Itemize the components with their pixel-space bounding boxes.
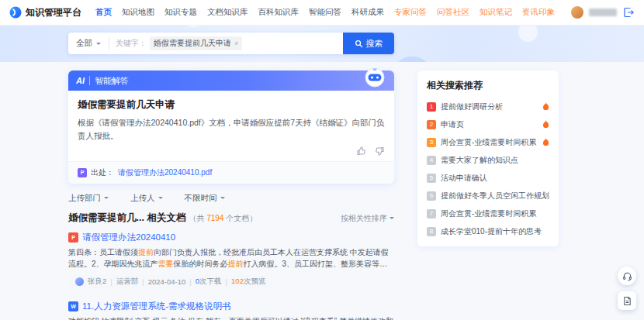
- results-title: 婚假需要提前几... 相关文档: [68, 212, 185, 225]
- author-name: 张良2: [88, 277, 106, 287]
- flame-icon: [542, 120, 549, 129]
- rank-badge: 2: [427, 120, 436, 129]
- ai-answer-card: AI 智能解答 婚假需要提前几天申请 根据《请假管理办法20240410.pdf…: [68, 71, 394, 184]
- thumb-up-icon[interactable]: [356, 146, 367, 157]
- result-title-row: W11.人力资源管理系统-需求规格说明书: [68, 301, 394, 312]
- recommend-label: 需要大家了解的知识点: [441, 155, 549, 166]
- avatar-icon: [75, 277, 84, 286]
- result-item: P请假管理办法20240410第四条：员工请假须提前向部门负责人报批，经批准后由…: [68, 232, 394, 289]
- result-snippet: 第四条：员工请假须提前向部门负责人报批，经批准后由员工本人在运营支撑系统 中发起…: [68, 246, 394, 270]
- user-avatar[interactable]: [571, 6, 583, 19]
- recommend-item[interactable]: 6提前做好冬季人员空闲工作规划: [427, 187, 549, 205]
- page-content: AI 智能解答 婚假需要提前几天申请 根据《请假管理办法20240410.pdf…: [0, 62, 644, 320]
- recommend-label: 周会宣贯-业绩需要时间积累: [441, 137, 538, 148]
- nav-item-9[interactable]: 问答社区: [437, 7, 469, 18]
- results-list: P请假管理办法20240410第四条：员工请假须提前向部门负责人报批，经批准后由…: [68, 232, 394, 320]
- recommend-item[interactable]: 7周会宣贯-业绩需要时间积累: [427, 205, 549, 222]
- ai-card-body: 婚假需要提前几天申请 根据《请假管理办法20240410.pdf》文档，申请婚假…: [68, 91, 394, 161]
- sort-selector[interactable]: 按相关性排序: [341, 213, 394, 224]
- ai-answer-text: 根据《请假管理办法20240410.pdf》文档，申请婚假应提前7天持《结婚证》…: [78, 116, 385, 143]
- logout-icon[interactable]: [622, 6, 635, 19]
- snippet-text: 保胎的时间务必: [174, 260, 228, 268]
- ai-badge: AI: [76, 76, 90, 85]
- search-button[interactable]: 搜索: [343, 33, 394, 54]
- chevron-down-icon: [158, 197, 163, 199]
- recommend-item[interactable]: 4需要大家了解的知识点: [427, 151, 549, 169]
- upload-date: 2024-04-10: [148, 277, 186, 286]
- rank-badge: 4: [427, 156, 436, 165]
- results-header: 婚假需要提前几... 相关文档 （共 7194 个文档） 按相关性排序: [68, 212, 394, 225]
- nav-item-7[interactable]: 科研成果: [351, 7, 384, 18]
- main-nav: 首页知识地图知识专题文档知识库百科知识库智能问答科研成果专家问答问答社区知识笔记…: [95, 7, 555, 18]
- result-title-link[interactable]: 请假管理办法20240410: [82, 232, 175, 243]
- nav-item-3[interactable]: 知识专题: [164, 7, 197, 18]
- ai-card-title: 智能解答: [95, 75, 129, 87]
- source-file-link[interactable]: 请假管理办法20240410.pdf: [118, 167, 212, 178]
- nav-item-10[interactable]: 知识笔记: [480, 7, 512, 18]
- nav-item-6[interactable]: 智能问答: [309, 7, 341, 18]
- snippet-text: 功能按钮 约束限制 交互 提示 备注 保存 暂存，页面关闭后可以通过 “流程查看…: [68, 317, 393, 320]
- rank-badge: 7: [427, 209, 436, 218]
- separator: |: [110, 277, 112, 286]
- filter-3[interactable]: 不限时间: [185, 193, 225, 204]
- search-banner: 全部 关键字： 婚假需要提前几天申请 × 搜索: [0, 25, 644, 62]
- app-logo[interactable]: 知识管理平台: [9, 6, 81, 19]
- view-suffix: 次预览: [244, 277, 266, 285]
- pdf-file-icon: P: [68, 232, 78, 243]
- result-title-row: P请假管理办法20240410: [68, 232, 394, 243]
- nav-item-5[interactable]: 百科知识库: [258, 7, 299, 18]
- highlight-term: 提前: [228, 260, 244, 268]
- search-keyword-tag[interactable]: 婚假需要提前几天申请 ×: [150, 36, 242, 50]
- filter-1[interactable]: 上传部门: [68, 193, 109, 204]
- separator: |: [142, 277, 144, 286]
- view-number: 102: [231, 277, 244, 285]
- results-count-number: 7194: [206, 214, 223, 222]
- rank-badge: 6: [427, 191, 436, 201]
- recommend-item[interactable]: 1提前做好调研分析: [427, 98, 549, 115]
- recommend-label: 提前做好冬季人员空闲工作规划: [441, 191, 549, 201]
- rank-badge: 1: [427, 102, 436, 112]
- support-button[interactable]: [618, 267, 636, 285]
- download-suffix: 次下载: [199, 277, 222, 285]
- sort-label: 按相关性排序: [341, 213, 387, 224]
- recommend-item[interactable]: 2申请页: [427, 115, 549, 133]
- related-search-title: 相关搜索推荐: [427, 79, 549, 92]
- result-title-link[interactable]: 11.人力资源管理系统-需求规格说明书: [82, 301, 230, 312]
- search-category-select[interactable]: 全部: [68, 33, 109, 54]
- tag-close-icon[interactable]: ×: [234, 40, 238, 47]
- flame-icon: [542, 138, 549, 146]
- search-keyword-prefix: 关键字：: [116, 38, 147, 49]
- nav-item-11[interactable]: 资讯印象: [522, 7, 555, 18]
- search-keyword-tag-text: 婚假需要提前几天申请: [154, 38, 231, 49]
- ai-feedback-actions: [78, 146, 385, 157]
- search-bar: 全部 关键字： 婚假需要提前几天申请 × 搜索: [68, 33, 394, 54]
- recommend-label: 提前做好调研分析: [441, 102, 538, 112]
- flame-icon: [542, 102, 549, 111]
- nav-item-4[interactable]: 文档知识库: [207, 7, 248, 18]
- highlight-term: 需要: [158, 260, 174, 268]
- top-header: 知识管理平台 首页知识地图知识专题文档知识库百科知识库智能问答科研成果专家问答问…: [0, 0, 644, 25]
- search-input[interactable]: 关键字： 婚假需要提前几天申请 ×: [109, 33, 343, 54]
- download-count: 0次下载: [196, 277, 222, 287]
- filter-2[interactable]: 上传人: [130, 193, 163, 204]
- ai-source-row: P 出处： 请假管理办法20240410.pdf: [68, 161, 394, 184]
- nav-item-1[interactable]: 首页: [95, 7, 112, 18]
- recommend-item[interactable]: 3周会宣贯-业绩需要时间积累: [427, 133, 549, 151]
- nav-item-2[interactable]: 知识地图: [122, 7, 154, 18]
- pdf-file-icon: P: [78, 168, 87, 177]
- thumb-down-icon[interactable]: [374, 146, 385, 157]
- ai-card-header: AI 智能解答: [68, 71, 394, 91]
- nav-item-8[interactable]: 专家问答: [394, 7, 427, 18]
- related-search-card: 相关搜索推荐 1提前做好调研分析2申请页3周会宣贯-业绩需要时间积累4需要大家了…: [417, 71, 559, 246]
- logo-icon: [9, 6, 22, 19]
- recommend-item[interactable]: 8成长学堂010-提前十年的思考: [427, 222, 549, 240]
- separator: |: [189, 277, 191, 286]
- search-category-value: 全部: [76, 38, 92, 49]
- recommend-label: 周会宣贯-业绩需要时间积累: [441, 208, 549, 219]
- chevron-down-icon: [96, 43, 101, 45]
- recommend-item[interactable]: 5活动申请确认: [427, 169, 549, 187]
- results-count: （共 7194 个文档）: [189, 213, 257, 224]
- sidebar-column: 相关搜索推荐 1提前做好调研分析2申请页3周会宣贯-业绩需要时间积累4需要大家了…: [417, 71, 559, 246]
- document-button[interactable]: [618, 291, 636, 310]
- result-meta: 张良2|运营部|2024-04-10|0次下载|102次预览: [68, 275, 272, 288]
